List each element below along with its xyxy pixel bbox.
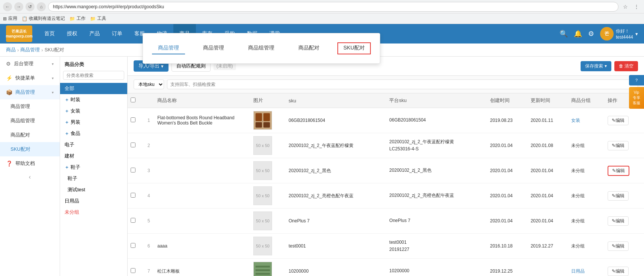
action-cell: ✎编辑 [605, 183, 644, 208]
vip-button[interactable]: Vip 专享 客服 [629, 87, 644, 109]
th-image: 图片 [250, 93, 286, 108]
sidebar-subitem-goods[interactable]: 商品管理 [0, 99, 60, 114]
product-image: 50 x 50 [250, 208, 286, 234]
platform-sku-value: 06GB2018061504 [386, 108, 487, 133]
edit-button-6[interactable]: ✎编辑 [608, 267, 629, 276]
platform-sku-value: OnePlus 7 [386, 208, 487, 234]
url-text: https://www.mangoerp.com/erp/#/erp/produ… [53, 4, 614, 9]
category-item-test[interactable]: 测试test [60, 184, 127, 195]
notification-icon[interactable]: 🔔 [574, 30, 582, 38]
url-bar[interactable]: https://www.mangoerp.com/erp/#/erp/produ… [48, 2, 618, 12]
category-item-men[interactable]: ＋ 男装 [60, 117, 127, 128]
product-group: 未分组 [568, 158, 605, 183]
breadcrumb-goods[interactable]: 商品 [6, 46, 16, 53]
table-body: 1Flat-bottomed Boots Round Headband Wome… [128, 108, 644, 276]
breadcrumb-goods-mgmt[interactable]: 商品管理 [20, 46, 40, 53]
edit-button-1[interactable]: ✎编辑 [608, 141, 629, 150]
bookmark-star[interactable]: ☆ [621, 2, 630, 11]
action-cell: ✎编辑 [605, 158, 644, 183]
row-num: 3 [143, 158, 154, 183]
select-all-checkbox[interactable] [131, 98, 135, 102]
dropdown-item-sku-match[interactable]: SKU配对 [337, 42, 371, 54]
dropdown-item-goods-mgmt2[interactable]: 商品管理 [197, 42, 230, 54]
category-search-input[interactable] [63, 71, 124, 80]
nav-auth[interactable]: 授权 [61, 24, 83, 44]
bookmark-tools[interactable]: 📁工具 [90, 15, 106, 22]
bookmark-work[interactable]: 📁工作 [69, 15, 86, 22]
row-checkbox-6[interactable] [131, 268, 135, 273]
category-item-ungrouped[interactable]: 未分组 [60, 207, 127, 218]
category-item-shoes-exp[interactable]: ＋ 鞋子 [60, 162, 127, 173]
expand-icon3: ▾ [52, 90, 54, 94]
product-image [250, 259, 286, 276]
dropdown-item-goods-mgmt[interactable]: 商品管理 [152, 42, 185, 54]
sidebar-item-quick[interactable]: ⚡ 快捷菜单 ▾ [0, 71, 60, 85]
product-image: 50 x 50 [250, 158, 286, 183]
product-name: 松江木雕板 [154, 259, 250, 276]
product-group: 未分组 [568, 234, 605, 259]
bookmark-youdao[interactable]: 📋收藏到有道云笔记 [22, 15, 65, 22]
nav-product[interactable]: 产品 [83, 24, 106, 44]
sidebar-subitem-group[interactable]: 商品组管理 [0, 114, 60, 128]
sidebar-item-goods-mgmt[interactable]: 📦 商品管理 ▾ [0, 85, 60, 99]
updated-time: 2020.01.04 [528, 158, 568, 183]
sidebar-subitem-sku[interactable]: SKU配对 [0, 142, 60, 156]
settings-icon[interactable]: ⚙ [588, 30, 594, 38]
category-item-daily[interactable]: 日用品 [60, 195, 127, 207]
category-item-fashion[interactable]: ＋ 时装 [60, 94, 127, 105]
category-item-women[interactable]: ＋ 女装 [60, 105, 127, 117]
goods-icon: 📦 [6, 89, 12, 95]
svg-rect-1 [256, 113, 262, 121]
category-item-food[interactable]: ＋ 食品 [60, 128, 127, 139]
category-item-electronics[interactable]: 电子 [60, 139, 127, 150]
row-checkbox-1[interactable] [131, 142, 135, 147]
category-item-shoes[interactable]: 鞋子 [60, 173, 127, 184]
save-search-button[interactable]: 保存搜索 ▾ [581, 61, 611, 71]
nav-home[interactable]: ⌂ [37, 2, 46, 11]
nav-order[interactable]: 订单 [106, 24, 128, 44]
nav-back[interactable]: ← [3, 2, 12, 11]
support-button[interactable]: ? [629, 75, 644, 86]
sidebar-subitem-match[interactable]: 商品配对 [0, 128, 60, 142]
row-checkbox-5[interactable] [131, 243, 135, 248]
quick-icon: ⚡ [6, 75, 12, 81]
category-item-all[interactable]: 全部 [60, 83, 127, 94]
user-section[interactable]: 芒 你好！ test4444 ▾ [600, 27, 638, 40]
edit-button-0[interactable]: ✎编辑 [608, 116, 629, 125]
expand-icon: ▾ [52, 62, 54, 66]
nav-refresh[interactable]: ↺ [26, 2, 35, 11]
category-item-building[interactable]: 建材 [60, 150, 127, 162]
user-dropdown-icon[interactable]: ▾ [635, 31, 638, 37]
created-time: 2019.08.23 [487, 108, 528, 133]
sidebar-item-help[interactable]: ❓ 帮助文档 [0, 156, 60, 171]
sidebar-item-admin[interactable]: ⚙ 后台管理 ▾ [0, 57, 60, 71]
edit-button-5[interactable]: ✎编辑 [608, 242, 629, 251]
row-checkbox-3[interactable] [131, 193, 135, 198]
gear-icon: ⚙ [6, 61, 11, 67]
dropdown-item-group-mgmt[interactable]: 商品组管理 [242, 42, 280, 54]
edit-button-3[interactable]: ✎编辑 [608, 191, 629, 201]
created-time: 2016.10.18 [487, 234, 528, 259]
browser-menu[interactable]: ⋮ [632, 2, 641, 11]
edit-button-2[interactable]: ✎编辑 [608, 166, 629, 176]
platform-sku-value: 20200102_zj_2_午夜蓝配柠檬黄LC253016-4-S [386, 133, 487, 158]
nav-home[interactable]: 首页 [38, 24, 61, 44]
row-checkbox-2[interactable] [131, 168, 135, 172]
row-checkbox-4[interactable] [131, 218, 135, 223]
sidebar-collapse-btn[interactable]: ‹ [0, 171, 60, 183]
search-input[interactable] [167, 80, 638, 89]
row-num: 5 [143, 208, 154, 234]
table-area: 导入/导出 ▾ 自动匹配规则 (未启用) 保存搜索 ▾ 🗑 清空 [128, 57, 644, 276]
created-time: 2019.12.25 [487, 259, 528, 276]
search-icon[interactable]: 🔍 [560, 30, 568, 38]
search-type-select[interactable]: 本地sku [134, 80, 164, 89]
apps-bookmark[interactable]: ⊞应用 [3, 15, 17, 22]
product-name [154, 158, 250, 183]
product-name [154, 183, 250, 208]
dropdown-item-match[interactable]: 商品配对 [292, 42, 325, 54]
edit-button-4[interactable]: ✎编辑 [608, 216, 629, 226]
created-time: 2020.01.04 [487, 208, 528, 234]
row-checkbox-0[interactable] [131, 117, 135, 122]
nav-forward[interactable]: → [14, 2, 23, 11]
clear-button[interactable]: 🗑 清空 [614, 61, 638, 71]
